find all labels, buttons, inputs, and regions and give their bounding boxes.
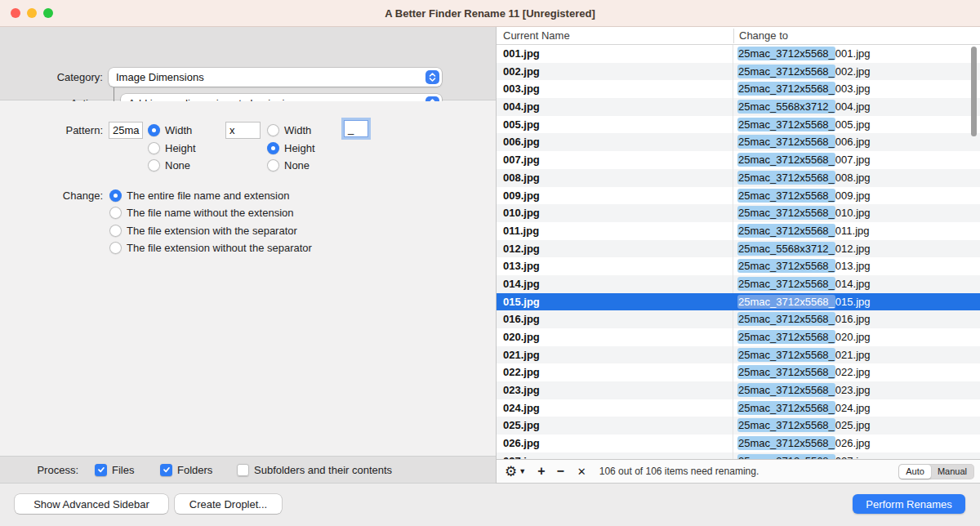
current-name-cell: 001.jpg (497, 45, 733, 63)
table-row[interactable]: 021.jpg25mac_3712x5568_021.jpg (497, 346, 980, 364)
table-row[interactable]: 015.jpg25mac_3712x5568_015.jpg (497, 293, 980, 311)
footer: Show Advanced Sidebar Create Droplet... … (0, 484, 980, 526)
current-name-cell: 023.jpg (497, 381, 733, 399)
category-value: Image Dimensions (116, 71, 204, 83)
table-row[interactable]: 020.jpg25mac_3712x5568_020.jpg (497, 328, 980, 346)
dim2-none-radio[interactable]: None (267, 158, 310, 172)
remaining-name-text: 003.jpg (835, 82, 871, 95)
table-row[interactable]: 002.jpg25mac_3712x5568_002.jpg (497, 63, 980, 81)
remove-files-button[interactable]: − (557, 465, 564, 478)
category-select[interactable]: Image Dimensions (109, 68, 442, 87)
inserted-text-highlight: 25mac_3712x5568_ (737, 401, 835, 415)
current-name-cell: 027.jpg (497, 452, 733, 460)
change-option-entire-name-radio[interactable]: The entire file name and extension (109, 189, 289, 202)
inserted-text-highlight: 25mac_3712x5568_ (737, 454, 835, 460)
table-row[interactable]: 001.jpg25mac_3712x5568_001.jpg (497, 45, 980, 63)
remaining-name-text: 025.jpg (835, 419, 871, 431)
table-row[interactable]: 014.jpg25mac_3712x5568_014.jpg (497, 275, 980, 293)
process-section: Process: Files Folders Subfolders and th… (0, 456, 496, 484)
dim1-none-radio[interactable]: None (148, 158, 190, 172)
table-row[interactable]: 026.jpg25mac_3712x5568_026.jpg (497, 435, 980, 452)
vertical-scrollbar[interactable] (971, 47, 977, 136)
current-name-cell: 004.jpg (497, 98, 733, 116)
change-option-name-without-ext-radio[interactable]: The file name without the extension (109, 207, 294, 220)
remaining-name-text: 026.jpg (835, 437, 871, 449)
current-name-cell: 024.jpg (497, 399, 733, 417)
add-files-button[interactable]: + (537, 465, 545, 478)
inserted-text-highlight: 25mac_3712x5568_ (737, 153, 835, 167)
table-row[interactable]: 011.jpg25mac_3712x5568_011.jpg (497, 222, 980, 240)
column-header-current-name[interactable]: Current Name (503, 27, 570, 45)
current-name-cell: 006.jpg (497, 133, 733, 151)
pattern-prefix-input[interactable]: 25ma (109, 122, 143, 139)
inserted-text-highlight: 25mac_3712x5568_ (737, 171, 835, 185)
process-subfolders-checkbox[interactable]: Subfolders and their contents (237, 463, 392, 476)
inserted-text-highlight: 25mac_5568x3712_ (737, 100, 835, 114)
change-to-cell: 25mac_3712x5568_025.jpg (733, 417, 980, 435)
show-advanced-sidebar-button[interactable]: Show Advanced Sidebar (15, 494, 168, 514)
pattern-suffix-input[interactable]: _ (344, 120, 368, 137)
change-to-cell: 25mac_3712x5568_007.jpg (733, 151, 980, 169)
table-row[interactable]: 025.jpg25mac_3712x5568_025.jpg (497, 417, 980, 435)
inserted-text-highlight: 25mac_3712x5568_ (737, 65, 835, 78)
change-option-ext-without-separator-radio[interactable]: The file extension without the separator (109, 242, 312, 255)
pattern-label: Pattern: (0, 124, 103, 136)
dim1-height-radio[interactable]: Height (148, 141, 196, 154)
column-divider[interactable] (733, 29, 734, 43)
table-row[interactable]: 006.jpg25mac_3712x5568_006.jpg (497, 133, 980, 151)
change-to-cell: 25mac_5568x3712_012.jpg (733, 240, 980, 258)
perform-renames-button[interactable]: Perform Renames (853, 494, 965, 514)
current-name-cell: 022.jpg (497, 363, 733, 381)
radio-icon (148, 124, 160, 136)
change-to-cell: 25mac_3712x5568_022.jpg (733, 363, 980, 381)
clear-list-button[interactable]: ✕ (577, 466, 586, 477)
table-row[interactable]: 024.jpg25mac_3712x5568_024.jpg (497, 399, 980, 417)
radio-icon (267, 159, 279, 172)
pattern-separator-input[interactable]: x (225, 122, 261, 139)
table-row[interactable]: 010.jpg25mac_3712x5568_010.jpg (497, 204, 980, 222)
table-row[interactable]: 022.jpg25mac_3712x5568_022.jpg (497, 363, 980, 381)
inserted-text-highlight: 25mac_3712x5568_ (737, 418, 835, 432)
current-name-cell: 021.jpg (497, 346, 733, 364)
remaining-name-text: 009.jpg (835, 189, 871, 202)
dim2-width-radio[interactable]: Width (267, 123, 311, 136)
current-name-cell: 005.jpg (497, 116, 733, 134)
table-row[interactable]: 013.jpg25mac_3712x5568_013.jpg (497, 257, 980, 275)
table-row[interactable]: 005.jpg25mac_3712x5568_005.jpg (497, 116, 980, 134)
gear-menu-button[interactable]: ⚙ ▼ (505, 465, 526, 479)
change-option-ext-with-separator-radio[interactable]: The file extension with the separator (109, 224, 297, 237)
table-row[interactable]: 007.jpg25mac_3712x5568_007.jpg (497, 151, 980, 169)
current-name-cell: 025.jpg (497, 417, 733, 435)
mode-auto-segment[interactable]: Auto (899, 465, 931, 479)
remaining-name-text: 001.jpg (835, 47, 871, 60)
process-label: Process: (0, 464, 78, 476)
remaining-name-text: 015.jpg (835, 296, 871, 308)
inserted-text-highlight: 25mac_3712x5568_ (737, 47, 835, 60)
table-row[interactable]: 004.jpg25mac_5568x3712_004.jpg (497, 98, 980, 116)
dim2-height-radio[interactable]: Height (267, 141, 315, 154)
table-row[interactable]: 009.jpg25mac_3712x5568_009.jpg (497, 187, 980, 205)
process-files-checkbox[interactable]: Files (95, 463, 134, 476)
current-name-cell: 015.jpg (497, 293, 733, 311)
remaining-name-text: 013.jpg (835, 260, 871, 272)
change-to-cell: 25mac_3712x5568_024.jpg (733, 399, 980, 417)
table-row[interactable]: 016.jpg25mac_3712x5568_016.jpg (497, 310, 980, 328)
table-body: 001.jpg25mac_3712x5568_001.jpg002.jpg25m… (497, 45, 980, 460)
table-row[interactable]: 008.jpg25mac_3712x5568_008.jpg (497, 169, 980, 187)
table-row[interactable]: 027.jpg25mac_3712x5568_027.jpg (497, 452, 980, 460)
inserted-text-highlight: 25mac_3712x5568_ (737, 348, 835, 362)
remaining-name-text: 023.jpg (835, 384, 871, 396)
process-folders-checkbox[interactable]: Folders (160, 463, 212, 476)
change-to-cell: 25mac_3712x5568_020.jpg (733, 328, 980, 346)
mode-manual-segment[interactable]: Manual (931, 465, 973, 479)
preview-mode-toggle: Auto Manual (898, 464, 974, 479)
inserted-text-highlight: 25mac_3712x5568_ (737, 436, 835, 450)
dim1-width-radio[interactable]: Width (148, 123, 192, 136)
inserted-text-highlight: 25mac_3712x5568_ (737, 189, 835, 203)
checkbox-icon (237, 464, 249, 476)
create-droplet-button[interactable]: Create Droplet... (175, 494, 282, 514)
table-row[interactable]: 012.jpg25mac_5568x3712_012.jpg (497, 240, 980, 258)
table-row[interactable]: 003.jpg25mac_3712x5568_003.jpg (497, 80, 980, 98)
table-row[interactable]: 023.jpg25mac_3712x5568_023.jpg (497, 381, 980, 399)
column-header-change-to[interactable]: Change to (739, 27, 788, 45)
